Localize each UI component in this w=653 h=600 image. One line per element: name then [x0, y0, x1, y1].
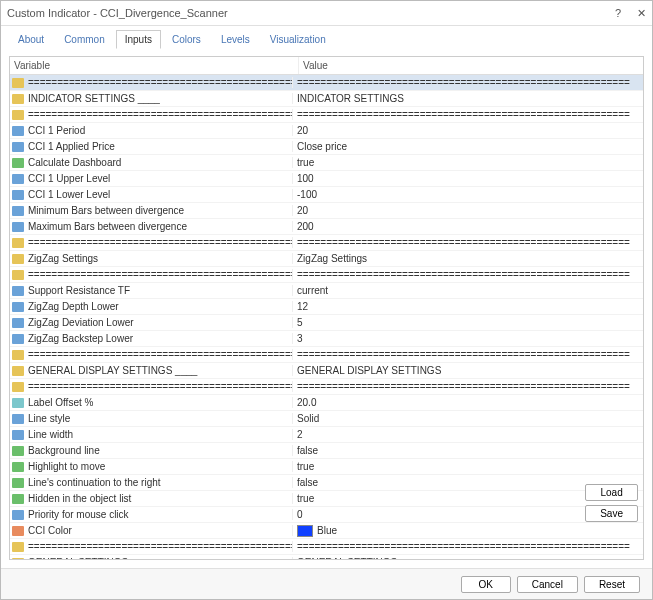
cancel-button[interactable]: Cancel	[517, 576, 578, 593]
table-row[interactable]: Label Offset %20.0	[10, 395, 643, 411]
table-row[interactable]: ZigZag Depth Lower12	[10, 299, 643, 315]
tab-visualization[interactable]: Visualization	[261, 30, 335, 48]
type-icon	[12, 414, 24, 424]
variable-label: ========================================…	[28, 381, 293, 392]
value-label: ========================================…	[297, 541, 630, 552]
reset-button[interactable]: Reset	[584, 576, 640, 593]
variable-label: ZigZag Depth Lower	[28, 301, 119, 312]
value-label: 20.0	[297, 397, 316, 408]
table-row[interactable]: Hidden in the object listtrue	[10, 491, 643, 507]
tab-bar: AboutCommonInputsColorsLevelsVisualizati…	[1, 26, 652, 48]
table-row[interactable]: Calculate Dashboardtrue	[10, 155, 643, 171]
table-row[interactable]: ========================================…	[10, 107, 643, 123]
window-controls: ? ✕	[615, 7, 646, 20]
variable-label: CCI 1 Applied Price	[28, 141, 115, 152]
grid-body[interactable]: ========================================…	[10, 75, 643, 559]
tab-colors[interactable]: Colors	[163, 30, 210, 48]
variable-label: Background line	[28, 445, 100, 456]
type-icon	[12, 206, 24, 216]
value-label: ========================================…	[297, 349, 630, 360]
parameter-grid: Variable Value =========================…	[9, 56, 644, 560]
value-label: ZigZag Settings	[297, 253, 367, 264]
type-icon	[12, 190, 24, 200]
column-variable[interactable]: Variable	[10, 57, 299, 74]
table-row[interactable]: Highlight to movetrue	[10, 459, 643, 475]
value-label: GENERAL DISPLAY SETTINGS	[297, 365, 441, 376]
variable-label: Priority for mouse click	[28, 509, 129, 520]
table-row[interactable]: ========================================…	[10, 379, 643, 395]
variable-label: Line width	[28, 429, 73, 440]
variable-label: Line's continuation to the right	[28, 477, 161, 488]
variable-label: ========================================…	[28, 237, 293, 248]
table-row[interactable]: CCI 1 Upper Level100	[10, 171, 643, 187]
variable-label: GENERAL DISPLAY SETTINGS ____	[28, 365, 197, 376]
variable-label: ZigZag Backstep Lower	[28, 333, 133, 344]
value-label: -100	[297, 189, 317, 200]
table-row[interactable]: Maximum Bars between divergence200	[10, 219, 643, 235]
value-label: 3	[297, 333, 303, 344]
help-icon[interactable]: ?	[615, 7, 621, 19]
table-row[interactable]: ========================================…	[10, 539, 643, 555]
table-row[interactable]: INDICATOR SETTINGS ____INDICATOR SETTING…	[10, 91, 643, 107]
column-value[interactable]: Value	[299, 57, 643, 74]
type-icon	[12, 366, 24, 376]
table-row[interactable]: Line styleSolid	[10, 411, 643, 427]
variable-label: ========================================…	[28, 77, 293, 88]
grid-header: Variable Value	[10, 57, 643, 75]
table-row[interactable]: Support Resistance TFcurrent	[10, 283, 643, 299]
value-label: 20	[297, 205, 308, 216]
table-row[interactable]: CCI 1 Lower Level-100	[10, 187, 643, 203]
value-label: GENERAL SETTINGS	[297, 557, 397, 559]
load-button[interactable]: Load	[585, 484, 638, 501]
value-label: ========================================…	[297, 77, 630, 88]
value-label: 12	[297, 301, 308, 312]
type-icon	[12, 382, 24, 392]
table-row[interactable]: CCI 1 Applied PriceClose price	[10, 139, 643, 155]
value-label: false	[297, 477, 318, 488]
type-icon	[12, 126, 24, 136]
variable-label: Maximum Bars between divergence	[28, 221, 187, 232]
table-row[interactable]: Background linefalse	[10, 443, 643, 459]
value-label: true	[297, 461, 314, 472]
table-row[interactable]: CCI 1 Period20	[10, 123, 643, 139]
table-row[interactable]: ========================================…	[10, 235, 643, 251]
value-label: ========================================…	[297, 109, 630, 120]
content: Variable Value =========================…	[1, 48, 652, 568]
window: Custom Indicator - CCI_Divergence_Scanne…	[0, 0, 653, 600]
save-button[interactable]: Save	[585, 505, 638, 522]
table-row[interactable]: ========================================…	[10, 75, 643, 91]
value-label: ========================================…	[297, 381, 630, 392]
table-row[interactable]: CCI ColorBlue	[10, 523, 643, 539]
tab-inputs[interactable]: Inputs	[116, 30, 161, 49]
table-row[interactable]: ========================================…	[10, 347, 643, 363]
value-label: true	[297, 493, 314, 504]
table-row[interactable]: ========================================…	[10, 267, 643, 283]
tab-about[interactable]: About	[9, 30, 53, 48]
table-row[interactable]: Line width2	[10, 427, 643, 443]
type-icon	[12, 286, 24, 296]
value-label: true	[297, 157, 314, 168]
value-label: false	[297, 445, 318, 456]
table-row[interactable]: GENERAL SETTINGS ____GENERAL SETTINGS	[10, 555, 643, 559]
table-row[interactable]: Line's continuation to the rightfalse	[10, 475, 643, 491]
type-icon	[12, 446, 24, 456]
table-row[interactable]: ZigZag Backstep Lower3	[10, 331, 643, 347]
type-icon	[12, 334, 24, 344]
window-title: Custom Indicator - CCI_Divergence_Scanne…	[7, 7, 228, 19]
table-row[interactable]: ZigZag SettingsZigZag Settings	[10, 251, 643, 267]
value-label: Close price	[297, 141, 347, 152]
type-icon	[12, 78, 24, 88]
table-row[interactable]: GENERAL DISPLAY SETTINGS ____GENERAL DIS…	[10, 363, 643, 379]
value-label: 5	[297, 317, 303, 328]
type-icon	[12, 222, 24, 232]
value-label: ========================================…	[297, 269, 630, 280]
type-icon	[12, 510, 24, 520]
table-row[interactable]: Priority for mouse click0	[10, 507, 643, 523]
ok-button[interactable]: OK	[461, 576, 511, 593]
close-icon[interactable]: ✕	[637, 7, 646, 20]
table-row[interactable]: Minimum Bars between divergence20	[10, 203, 643, 219]
tab-levels[interactable]: Levels	[212, 30, 259, 48]
variable-label: Line style	[28, 413, 70, 424]
tab-common[interactable]: Common	[55, 30, 114, 48]
table-row[interactable]: ZigZag Deviation Lower5	[10, 315, 643, 331]
